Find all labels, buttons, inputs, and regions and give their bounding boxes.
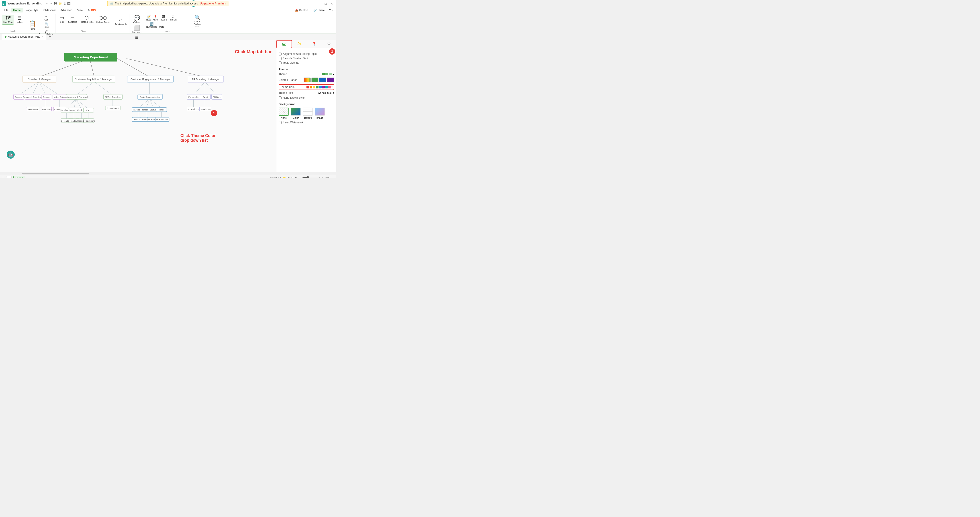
branch-swatch-blue[interactable] bbox=[319, 78, 326, 83]
rp-panel-content: 2 Alignment With Sibling Topic Flexible … bbox=[277, 48, 336, 172]
subtopic-label: Subtopic bbox=[68, 21, 77, 23]
minimize-btn[interactable]: — bbox=[317, 1, 322, 6]
callout-label: Callout bbox=[134, 21, 140, 24]
paste-btn[interactable]: 📋 Paste bbox=[27, 20, 38, 31]
rp-tab-map-style[interactable] bbox=[277, 40, 292, 48]
copy-label: Copy bbox=[44, 25, 49, 29]
numbering-btn[interactable]: 🔢 Numbering bbox=[145, 22, 158, 29]
color-swatch-cyan[interactable] bbox=[325, 86, 328, 88]
zoom-slider[interactable] bbox=[302, 176, 320, 178]
right-panel-tabs: ✨ 📍 ⚙ bbox=[277, 40, 336, 48]
print-btn[interactable]: 🖨 bbox=[63, 2, 66, 5]
fit-icon[interactable]: ⊡ bbox=[291, 177, 293, 178]
more-btn[interactable]: ⋯ More bbox=[158, 22, 165, 29]
branch-swatch-multi[interactable] bbox=[304, 78, 311, 83]
bg-option-none[interactable]: ✕ None bbox=[278, 108, 289, 119]
page-tab-1[interactable]: Page-1 bbox=[13, 176, 25, 178]
tab-close-btn[interactable]: × bbox=[41, 35, 43, 38]
mindmap-btn[interactable]: 🗺 MindMap bbox=[2, 15, 14, 24]
theme-section-title: Theme bbox=[278, 67, 334, 71]
svg-rect-113 bbox=[283, 44, 285, 45]
svg-text:1 Headcount: 1 Headcount bbox=[188, 108, 200, 110]
picture-btn[interactable]: 🖼 Picture bbox=[159, 15, 168, 22]
outliner-btn[interactable]: ☰ Outliner bbox=[14, 15, 25, 24]
help-btn[interactable]: ? ▾ bbox=[328, 8, 334, 13]
menu-home[interactable]: Home bbox=[11, 8, 23, 13]
menu-view[interactable]: View bbox=[75, 8, 85, 13]
bg-option-texture[interactable]: Texture bbox=[303, 108, 313, 119]
color-swatch-purple[interactable] bbox=[322, 86, 325, 88]
callout-btn[interactable]: 💬 Callout bbox=[132, 15, 142, 24]
watermark-checkbox[interactable] bbox=[278, 121, 282, 124]
mark-btn[interactable]: 📍 Mark bbox=[152, 15, 159, 22]
upgrade-link[interactable]: Upgrade to Premium bbox=[200, 2, 226, 5]
rp-tab-settings[interactable]: ⚙ bbox=[321, 40, 336, 48]
share-btn[interactable]: 🔗 Share bbox=[311, 8, 328, 13]
publish-btn[interactable]: 📤 Publish bbox=[293, 8, 311, 13]
rp-tab-location[interactable]: 📍 bbox=[307, 40, 321, 48]
cut-btn[interactable]: ✂ Cut bbox=[38, 15, 54, 22]
export-btn[interactable]: 🔲 bbox=[67, 2, 71, 5]
canvas[interactable]: Marketing Department Creative: 1 Manager… bbox=[0, 40, 276, 172]
branch-swatch-purple[interactable] bbox=[327, 78, 334, 83]
floating-topic-btn[interactable]: ⬡ Floating Topic bbox=[78, 15, 95, 24]
rp-tab-magic[interactable]: ✨ bbox=[292, 40, 307, 48]
formula-btn[interactable]: Σ Formula bbox=[168, 15, 178, 22]
scrollbar-thumb[interactable] bbox=[22, 173, 89, 174]
menu-file[interactable]: File bbox=[2, 8, 11, 13]
color-swatch-green[interactable] bbox=[316, 86, 318, 88]
topic-btn[interactable]: ▭ Topic bbox=[57, 15, 67, 24]
save-btn[interactable]: 💾 bbox=[54, 2, 57, 5]
svg-text:Tiktok: Tiktok bbox=[159, 109, 164, 111]
tab-marketing-map[interactable]: Marketing Department Map × bbox=[2, 34, 46, 40]
expand-icon[interactable]: ⊔ bbox=[295, 177, 297, 178]
theme-dropdown-btn[interactable]: ▾ bbox=[333, 73, 334, 76]
menu-ai[interactable]: AI Hot bbox=[86, 8, 98, 13]
bg-option-image[interactable]: Image bbox=[315, 108, 325, 119]
alignment-checkbox[interactable] bbox=[278, 52, 282, 56]
columns-icon[interactable]: ⊞ bbox=[288, 177, 290, 178]
hand-drawn-checkbox[interactable] bbox=[278, 97, 282, 99]
open-btn[interactable]: 📁 bbox=[59, 2, 62, 5]
branch-swatch-green[interactable] bbox=[311, 78, 318, 83]
menu-page-style[interactable]: Page Style bbox=[23, 8, 41, 13]
color-swatch-orange[interactable] bbox=[310, 86, 312, 88]
theme-color-dropdown-btn[interactable]: ▾ bbox=[331, 86, 333, 89]
insert-group-label: Insert bbox=[165, 30, 170, 32]
relationship-btn[interactable]: ↔ Relationship bbox=[113, 15, 128, 28]
theme-swatch-2 bbox=[325, 73, 328, 75]
topic-label: Topic bbox=[59, 21, 64, 23]
overlap-checkbox[interactable] bbox=[278, 62, 282, 64]
subtopic-btn[interactable]: ▭ Subtopic bbox=[67, 15, 78, 24]
maximize-btn[interactable]: □ bbox=[323, 1, 328, 6]
svg-line-27 bbox=[150, 99, 154, 108]
colored-branch-row: Colored Branch bbox=[278, 78, 334, 83]
redo-btn[interactable]: → bbox=[50, 2, 52, 5]
find-replace-btn[interactable]: 🔍 Find &Replace Find bbox=[192, 15, 202, 28]
color-swatch-red[interactable] bbox=[307, 86, 309, 88]
bg-option-color[interactable]: Color bbox=[291, 108, 301, 119]
trial-banner: 🛒 The trial period has expired. Upgrade … bbox=[107, 1, 229, 6]
menu-advanced[interactable]: Advanced bbox=[58, 8, 75, 13]
boundary-btn[interactable]: ⬜ Boundary bbox=[131, 24, 143, 34]
color-swatch-blue[interactable] bbox=[319, 86, 321, 88]
zoom-in-btn[interactable]: + bbox=[322, 177, 323, 178]
fullscreen-btn[interactable]: ⛶ bbox=[332, 177, 334, 178]
horizontal-scrollbar[interactable] bbox=[0, 172, 336, 175]
color-swatch-pink[interactable] bbox=[328, 86, 331, 88]
theme-font-dropdown-btn[interactable]: ▾ bbox=[333, 91, 334, 94]
copy-btn[interactable]: 📄 Copy bbox=[38, 22, 54, 29]
close-btn[interactable]: ✕ bbox=[329, 1, 334, 6]
page-tab-add[interactable]: + bbox=[6, 176, 11, 178]
add-tab-btn[interactable]: + bbox=[47, 34, 52, 40]
bot-icon[interactable]: 🤖 bbox=[7, 151, 15, 159]
sidebar-toggle-btn[interactable]: ☰ bbox=[2, 177, 5, 178]
note-btn[interactable]: 📝 Note bbox=[145, 15, 152, 22]
menu-slideshow[interactable]: Slideshow bbox=[41, 8, 58, 13]
flexible-checkbox[interactable] bbox=[278, 57, 282, 60]
flexible-label: Flexible Floating Topic bbox=[283, 57, 309, 60]
zoom-out-btn[interactable]: − bbox=[299, 177, 300, 178]
color-swatch-yellow[interactable] bbox=[313, 86, 315, 88]
undo-btn[interactable]: ← bbox=[46, 2, 49, 5]
multiple-topics-btn[interactable]: ⬡⬡ Multiple Topics bbox=[95, 15, 111, 24]
